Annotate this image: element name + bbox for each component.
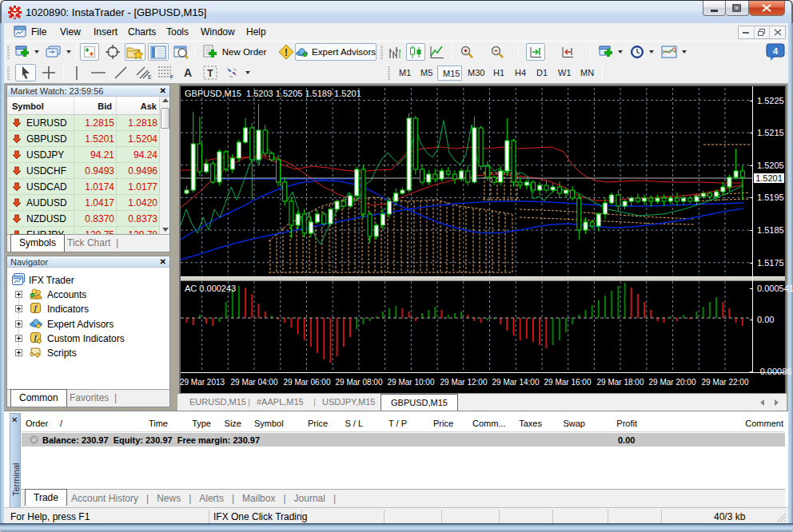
svg-text:T: T (207, 68, 213, 79)
svg-text:4: 4 (773, 46, 779, 56)
svg-text:E: E (148, 74, 152, 80)
svg-text:!: ! (285, 47, 288, 58)
svg-text:F: F (170, 74, 173, 80)
